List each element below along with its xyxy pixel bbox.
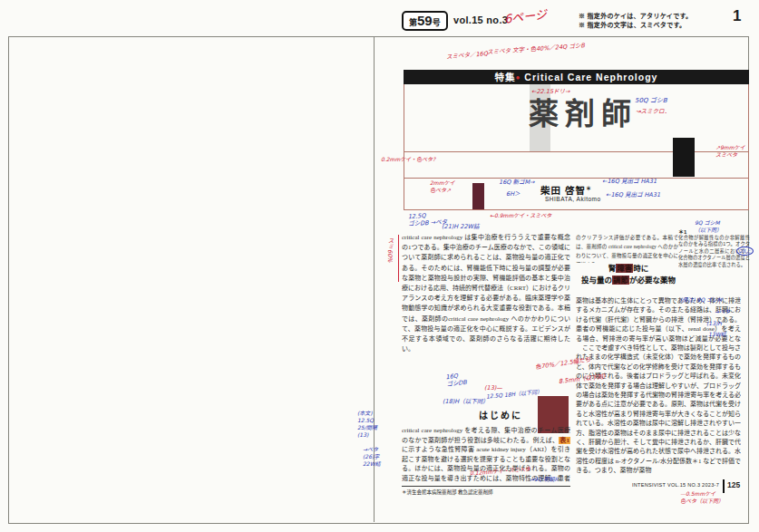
section-heading-renal: 腎障害時に 投与量の調節が必要な薬物 [574,263,683,286]
issue-number: 59 [417,13,433,28]
proof-note: 50Q ゴシB [635,97,667,104]
feature-label: 特集 [495,72,516,82]
volume-label: vol.15 no.3 [453,15,508,25]
issue-prefix: 第 [409,18,417,27]
proof-note: ↗9mmケイ スミベタ [715,144,744,159]
proof-note: (18)H（以下同） [443,398,489,405]
print-notice-2: ※ 指定外の文字は、スミベタです。 [579,20,686,29]
author-name-text: 柴田 啓智 [540,185,586,196]
proof-note: —0.5mmケイ 色ベタ（以下同） [680,490,724,505]
title-block-right-rule [748,70,749,210]
proof-sheet: 第59号 vol.15 no.3 6ページ ※ 指定外のケイは、アタリケイです。… [0,0,759,532]
footer-journal-line: INTENSIVIST VOL.15 NO.3 2023-7 [594,482,719,488]
h2-l2-maroon: 調節 [612,276,629,285]
author-romaji: SHIBATA, Akitomo [545,196,601,202]
proof-note: (13)— [484,384,502,392]
column2-paragraph-3: ここで考慮すべき特性として、薬物は製剤として投与されたままの化学構造式（未変化体… [576,343,741,478]
print-notice-1: ※ 指定外のケイは、アタリケイです。 [579,11,692,20]
proof-note: スミ60% [386,237,394,262]
title-block-rule-1 [404,151,749,152]
proof-note-circled: 28上 [736,247,754,255]
proof-note: →9Q 明朝R [530,476,559,483]
feature-title: Critical Care Nephrology [524,72,657,82]
proof-note: ↝スミクロ． [636,108,670,115]
h2-l1-maroon: 障害 [616,264,633,273]
author-name: 柴田 啓智＊ [540,183,592,197]
proof-note: (本文) 12.5Q 25/間隔 (13) [357,410,377,439]
h2-l1-pre: 腎 [608,264,617,273]
feature-bullet-icon: ● [516,73,521,82]
proof-note: →ベタ [715,308,730,315]
table1-highlight: 表1 [559,437,570,444]
footer-page-number: 125 [727,480,740,489]
title-block-rule-2 [404,178,749,179]
issue-badge: 第59号 [402,11,448,31]
proof-note: ←16Q 見出ゴ HA31 [602,178,657,185]
sheet-number: 1 [733,7,741,25]
red-proof-line [398,235,399,282]
feature-bar: 特集● Critical Care Nephrology [404,70,749,84]
proof-note: 16Q ゴシDB [445,372,467,388]
title-block-left-rule [404,70,404,210]
handwritten-page-count: 6ページ [504,11,548,24]
footnote-rule [402,486,570,487]
proof-note: ←16Q 見出ゴ HA31 [606,191,660,198]
h2-l2-pre: 投与量の [581,276,612,285]
proof-note: 0.2mmケイ・色ベタ? [381,156,435,163]
column2-paragraph-1: のクリアランス評価が必要である。本稿では、薬剤師の critical care … [576,233,678,263]
proof-note: 9Q ゴシM （以下同） [695,219,722,234]
proof-note: (13)H [706,320,722,327]
h2-l2-post: が必要な薬物 [629,276,676,285]
title-block-rule-3 [404,209,749,210]
issue-suffix: 号 [433,18,441,27]
proof-note: (21)H 22W詰 [442,223,480,230]
proof-note: 28上 [736,247,754,256]
section-heading-hajimeni: はじめに [479,408,522,421]
proof-note: ←22.15ドリ→ [531,88,570,95]
proof-note: 6H＞ [506,190,521,198]
proof-note: ←0.9mmケイ・スミベタ [490,212,551,219]
proof-note: 2mmケイ 色ベタ↗ [430,179,454,194]
author-affiliation-footnote: ＊済生会熊本病院薬剤部 救急認定薬剤師 [402,488,493,496]
proof-note: →ベタ (26)字 22W詰 [363,446,381,468]
black-corner-swatch [673,138,695,177]
author-maroon-bar [472,183,484,209]
proof-note: 13W詰 [708,331,726,338]
proof-note: 16Q 新ゴM→ [499,179,535,186]
author-footnote-mark: ＊ [586,186,592,191]
proof-note: (傍注) 9Q ゴシM [680,296,722,304]
p2-text-pre: critical care nephrology を考える際、集中治療のチーム医… [402,427,570,444]
h2-l1-post: 時に [633,264,648,273]
